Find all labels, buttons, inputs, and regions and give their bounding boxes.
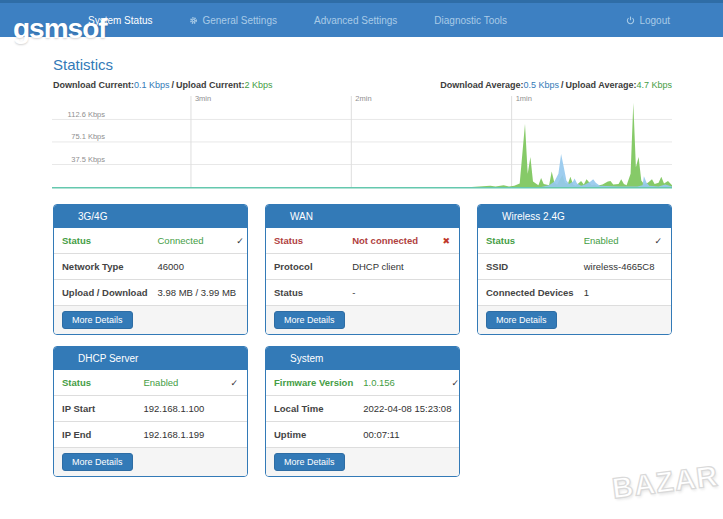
card-row: Local Time2022-04-08 15:23:08 — [266, 396, 460, 422]
row-value: Connected — [158, 228, 237, 254]
row-icon-empty — [236, 280, 248, 306]
top-navbar: System Status General Settings Advanced … — [0, 0, 723, 37]
card-footer: More Details — [266, 447, 459, 476]
row-label: Status — [54, 228, 158, 254]
row-value: 192.168.1.199 — [143, 422, 218, 448]
card-row: IP Start192.168.1.100 — [54, 396, 247, 422]
row-value: 1 — [584, 280, 655, 306]
upload-current-label: Upload Current: — [176, 80, 245, 90]
y-axis-tick-label: 75.1 Kbps — [71, 132, 105, 141]
card-row: StatusNot connected✖ — [266, 228, 459, 254]
upload-current-value: 2 Kbps — [245, 80, 273, 90]
card-title: System — [266, 347, 459, 370]
nav-item-advanced-settings[interactable]: Advanced Settings — [314, 15, 397, 26]
download-average-label: Download Average: — [440, 80, 523, 90]
card-footer: More Details — [54, 305, 247, 334]
download-current-label: Download Current: — [53, 80, 134, 90]
logout-button[interactable]: Logout — [626, 3, 670, 37]
row-icon-empty — [654, 280, 671, 306]
row-value: Enabled — [143, 370, 218, 396]
traffic-chart-svg: 112.6 Kbps75.1 Kbps37.5 Kbps3min2min1min — [52, 93, 672, 190]
row-label: Network Type — [54, 254, 158, 280]
nav-item-diagnostic-tools[interactable]: Diagnostic Tools — [434, 15, 507, 26]
nav-item-label: Diagnostic Tools — [434, 15, 507, 26]
card-row: ProtocolDHCP client — [266, 254, 459, 280]
upload-series-area — [52, 103, 672, 187]
row-label: Status — [478, 228, 584, 254]
card-row: IP End192.168.1.199 — [54, 422, 247, 448]
card-table: Firmware Version1.0.156✓Local Time2022-0… — [266, 370, 460, 447]
power-icon — [626, 16, 635, 25]
traffic-chart: 112.6 Kbps75.1 Kbps37.5 Kbps3min2min1min — [52, 93, 672, 190]
more-details-button[interactable]: More Details — [62, 311, 133, 329]
card-row: Network Type46000 — [54, 254, 248, 280]
card-row: Firmware Version1.0.156✓ — [266, 370, 460, 396]
status-card-wan: WANStatusNot connected✖ProtocolDHCP clie… — [265, 204, 460, 335]
card-row: Upload / Download3.98 MB / 3.99 MB — [54, 280, 248, 306]
page-title: Statistics — [53, 56, 113, 73]
card-footer: More Details — [266, 305, 459, 334]
row-icon-empty — [451, 422, 460, 448]
download-average-value: 0.5 Kbps — [524, 80, 560, 90]
row-label: Firmware Version — [266, 370, 363, 396]
row-label: IP End — [54, 422, 143, 448]
average-rates-line: Download Average:0.5 Kbps/Upload Average… — [440, 80, 672, 90]
more-details-button[interactable]: More Details — [274, 453, 345, 471]
row-icon-empty — [430, 280, 459, 306]
row-icon-empty — [218, 422, 247, 448]
check-icon: ✓ — [218, 370, 247, 396]
logout-label: Logout — [639, 15, 670, 26]
row-icon-empty — [236, 254, 248, 280]
row-value: 00:07:11 — [363, 422, 451, 448]
row-label: Status — [54, 370, 143, 396]
card-title: DHCP Server — [54, 347, 247, 370]
row-value: wireless-4665C8 — [584, 254, 655, 280]
card-row: SSIDwireless-4665C8 — [478, 254, 671, 280]
status-card-system: SystemFirmware Version1.0.156✓Local Time… — [265, 346, 460, 477]
card-table: StatusConnected✓Network Type46000Upload … — [54, 228, 248, 305]
download-series-area — [52, 154, 672, 187]
x-axis-tick-label: 1min — [516, 94, 532, 103]
upload-average-label: Upload Average: — [566, 80, 637, 90]
card-table: StatusEnabled✓SSIDwireless-4665C8Connect… — [478, 228, 671, 305]
card-title: Wireless 2.4G — [478, 205, 671, 228]
status-cards-grid: 3G/4GStatusConnected✓Network Type46000Up… — [53, 204, 673, 477]
separator: / — [172, 80, 175, 90]
card-row: Status- — [266, 280, 459, 306]
card-row: StatusEnabled✓ — [478, 228, 671, 254]
row-value: 192.168.1.100 — [143, 396, 218, 422]
check-icon: ✓ — [451, 370, 460, 396]
more-details-button[interactable]: More Details — [486, 311, 557, 329]
download-current-value: 0.1 Kbps — [134, 80, 170, 90]
gear-icon — [189, 16, 198, 25]
x-axis-tick-label: 2min — [355, 94, 371, 103]
more-details-button[interactable]: More Details — [274, 311, 345, 329]
card-row: StatusEnabled✓ — [54, 370, 247, 396]
card-footer: More Details — [54, 447, 247, 476]
row-value: DHCP client — [352, 254, 430, 280]
upload-average-value: 4.7 Kbps — [636, 80, 672, 90]
row-icon-empty — [451, 396, 460, 422]
cross-icon: ✖ — [430, 228, 459, 254]
card-title: 3G/4G — [54, 205, 247, 228]
card-row: StatusConnected✓ — [54, 228, 248, 254]
separator: / — [561, 80, 564, 90]
row-value: 2022-04-08 15:23:08 — [363, 396, 451, 422]
row-label: Upload / Download — [54, 280, 158, 306]
more-details-button[interactable]: More Details — [62, 453, 133, 471]
card-row: Connected Devices1 — [478, 280, 671, 306]
nav-item-general-settings[interactable]: General Settings — [189, 15, 277, 26]
row-value: 46000 — [158, 254, 237, 280]
card-title: WAN — [266, 205, 459, 228]
row-value: - — [352, 280, 430, 306]
row-icon-empty — [218, 396, 247, 422]
card-table: StatusNot connected✖ProtocolDHCP clientS… — [266, 228, 459, 305]
nav-item-label: General Settings — [202, 15, 277, 26]
row-label: SSID — [478, 254, 584, 280]
y-axis-tick-label: 112.6 Kbps — [68, 110, 106, 119]
y-axis-tick-label: 37.5 Kbps — [71, 155, 105, 164]
row-value: 1.0.156 — [363, 370, 451, 396]
row-label: Uptime — [266, 422, 363, 448]
row-icon-empty — [654, 254, 671, 280]
check-icon: ✓ — [236, 228, 248, 254]
